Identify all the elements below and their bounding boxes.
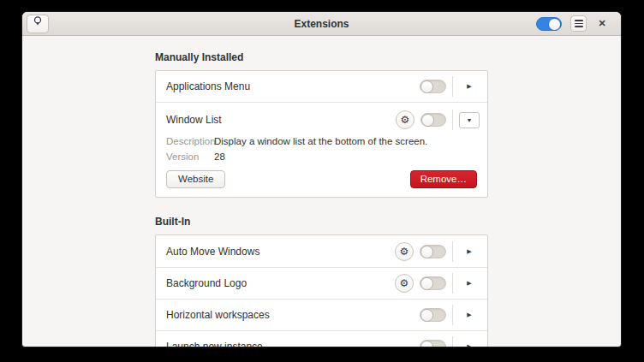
collapse-dropdown-button[interactable]: ▼ <box>459 112 480 128</box>
toggle-knob <box>548 18 561 31</box>
separator <box>452 76 453 97</box>
extension-name: Auto Move Windows <box>166 246 395 258</box>
expander-arrow-icon[interactable]: ▶ <box>467 280 471 287</box>
extension-row-background-logo[interactable]: Background Logo ⚙ ▶ <box>156 267 487 299</box>
settings-gear-button[interactable]: ⚙ <box>395 242 414 261</box>
expander-arrow-icon[interactable]: ▶ <box>467 343 471 348</box>
separator <box>452 110 453 130</box>
settings-gear-button[interactable]: ⚙ <box>395 274 414 293</box>
app-pin-button[interactable] <box>27 15 49 33</box>
website-button[interactable]: Website <box>166 170 225 188</box>
extension-toggle[interactable] <box>420 113 446 127</box>
titlebar-right-controls: ✕ <box>536 15 609 32</box>
extension-row-applications-menu[interactable]: Applications Menu ▶ <box>156 71 487 102</box>
separator <box>452 241 453 262</box>
description-value: Display a window list at the bottom of t… <box>214 135 477 147</box>
expander-arrow-icon[interactable]: ▶ <box>467 83 471 90</box>
extension-row-auto-move-windows[interactable]: Auto Move Windows ⚙ ▶ <box>156 235 487 267</box>
extension-row-launch-new-instance[interactable]: Launch new instance ▶ <box>156 330 487 347</box>
separator <box>452 305 453 325</box>
extension-toggle[interactable] <box>420 245 446 258</box>
separator <box>452 336 453 348</box>
menu-button[interactable] <box>570 15 587 32</box>
close-button[interactable]: ✕ <box>595 17 609 31</box>
version-value: 28 <box>214 151 477 163</box>
section-label-built-in: Built-In <box>155 216 488 228</box>
extension-row-window-list-expanded: Window List ⚙ ▼ Description Display a wi… <box>156 102 487 197</box>
version-label: Version <box>166 151 214 163</box>
built-in-card: Auto Move Windows ⚙ ▶ Background Logo ⚙ <box>155 234 488 347</box>
window-title: Extensions <box>22 18 621 30</box>
hamburger-icon <box>575 20 583 27</box>
extension-name: Applications Menu <box>166 80 420 92</box>
description-label: Description <box>166 135 214 147</box>
extension-name: Launch new instance <box>166 341 420 348</box>
settings-gear-button[interactable]: ⚙ <box>396 110 414 129</box>
extension-name: Window List <box>166 114 396 126</box>
separator <box>452 273 453 294</box>
section-label-manually-installed: Manually Installed <box>155 51 488 64</box>
content-area: Manually Installed Applications Menu ▶ W… <box>22 36 621 347</box>
expander-arrow-icon[interactable]: ▶ <box>467 248 471 255</box>
manually-installed-card: Applications Menu ▶ Window List ⚙ <box>155 70 488 198</box>
extension-row-horizontal-workspaces[interactable]: Horizontal workspaces ▶ <box>156 299 487 330</box>
extensions-window: Extensions ✕ Manually Installed Applicat… <box>21 11 622 347</box>
expander-arrow-icon[interactable]: ▶ <box>467 312 471 318</box>
extension-toggle[interactable] <box>420 308 446 322</box>
extension-toggle[interactable] <box>420 340 446 348</box>
location-pin-icon <box>32 15 44 32</box>
global-extensions-toggle[interactable] <box>536 17 562 31</box>
extension-name: Background Logo <box>166 277 395 289</box>
titlebar: Extensions ✕ <box>22 12 621 36</box>
extension-toggle[interactable] <box>420 80 446 93</box>
extension-details: Description Display a window list at the… <box>166 135 480 163</box>
extension-name: Horizontal workspaces <box>166 309 420 321</box>
extension-toggle[interactable] <box>420 276 446 290</box>
remove-button[interactable]: Remove… <box>410 170 477 188</box>
